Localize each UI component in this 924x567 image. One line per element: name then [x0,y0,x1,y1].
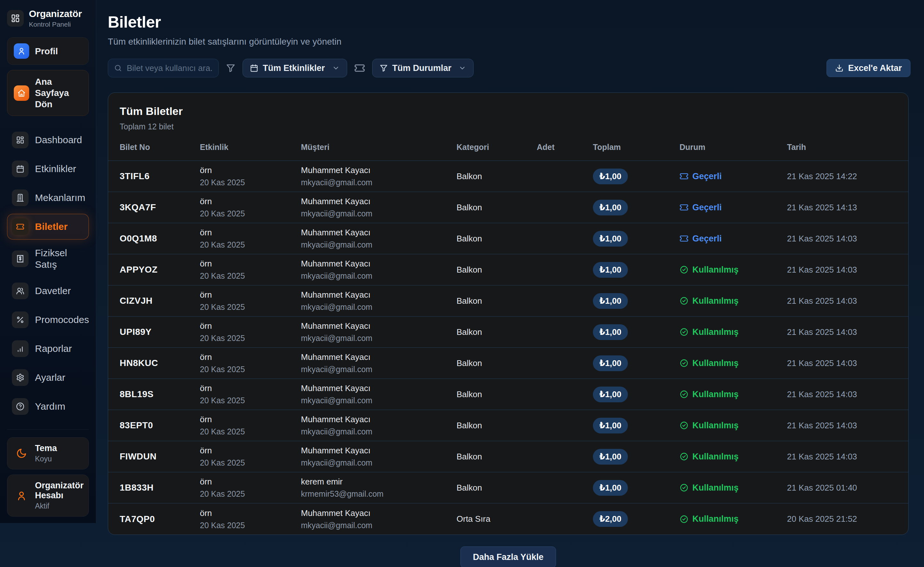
price-badge: ₺1,00 [593,200,628,215]
col-adet: Adet [537,143,593,152]
cell-ticket-code: UPI89Y [120,327,200,337]
cell-status: Kullanılmış [680,296,787,306]
table-title: Tüm Biletler [120,105,897,117]
cell-date: 21 Kas 2025 14:03 [787,234,897,244]
table-row: UPI89Y örn20 Kas 2025 Muhammet Kayacımky… [108,317,908,348]
table-card-header: Tüm Biletler Toplam 12 bilet [108,93,908,134]
cell-category: Balkon [456,203,537,212]
cell-date: 21 Kas 2025 14:22 [787,171,897,181]
price-badge: ₺1,00 [593,387,628,402]
cell-ticket-code: 1B833H [120,483,200,493]
search-input[interactable] [127,63,213,73]
theme-value: Koyu [35,455,57,463]
cell-total: ₺2,00 [593,511,680,527]
sidebar: Organizatör Kontrol Paneli Profil Ana Sa… [0,0,96,523]
cell-status: Kullanılmış [680,452,787,462]
table-row: HN8KUC örn20 Kas 2025 Muhammet Kayacımky… [108,348,908,379]
sidebar-item-receipt[interactable]: Fiziksel Satış [7,243,89,275]
moon-icon [14,448,29,459]
cell-total: ₺1,00 [593,480,680,496]
cell-event: örn20 Kas 2025 [200,321,301,343]
cell-date: 21 Kas 2025 14:03 [787,265,897,275]
brand-subtitle: Kontrol Paneli [29,21,82,28]
cell-total: ₺1,00 [593,355,680,371]
col-toplam: Toplam [593,143,680,152]
profile-label: Profil [35,45,58,57]
cell-customer: Muhammet Kayacımkyacii@gmail.com [301,508,456,530]
cell-category: Orta Sıra [456,514,537,524]
table-row: 83EPT0 örn20 Kas 2025 Muhammet Kayacımky… [108,410,908,441]
cell-category: Balkon [456,358,537,368]
back-home-button[interactable]: Ana Sayfaya Dön [7,70,89,116]
col-durum: Durum [680,143,787,152]
cell-status: Kullanılmış [680,483,787,493]
cell-date: 21 Kas 2025 14:03 [787,452,897,462]
download-icon [835,64,843,72]
account-card[interactable]: Organizatör Hesabı Aktif [7,475,89,517]
cell-customer: Muhammet Kayacımkyacii@gmail.com [301,228,456,250]
theme-toggle-button[interactable]: Tema Koyu [7,437,89,469]
export-label: Excel'e Aktar [848,63,902,73]
event-filter-select[interactable]: Tüm Etkinlikler [243,59,347,77]
theme-title: Tema [35,444,57,453]
cell-date: 21 Kas 2025 14:03 [787,421,897,430]
cell-event: örn20 Kas 2025 [200,290,301,312]
cell-status: Geçerli [680,203,787,212]
sidebar-item-users[interactable]: Davetler [7,278,89,304]
cell-category: Balkon [456,390,537,399]
cell-event: örn20 Kas 2025 [200,508,301,530]
load-more-button[interactable]: Daha Fazla Yükle [460,546,556,567]
table-row: 3KQA7F örn20 Kas 2025 Muhammet Kayacımky… [108,192,908,223]
cell-total: ₺1,00 [593,293,680,309]
sidebar-item-percent[interactable]: Promocodes [7,307,89,332]
ticket-icon [354,63,365,74]
cell-customer: Muhammet Kayacımkyacii@gmail.com [301,352,456,374]
page-title: Biletler [108,13,910,32]
cell-total: ₺1,00 [593,418,680,433]
sidebar-item-building[interactable]: Mekanlarım [7,185,89,211]
cell-ticket-code: APPYOZ [120,265,200,275]
cell-ticket-code: HN8KUC [120,358,200,368]
cell-status: Kullanılmış [680,514,787,524]
cell-total: ₺1,00 [593,231,680,247]
sidebar-item-chart[interactable]: Raporlar [7,336,89,361]
cell-date: 21 Kas 2025 14:03 [787,296,897,306]
cell-ticket-code: 83EPT0 [120,420,200,430]
cell-category: Balkon [456,327,537,337]
cell-ticket-code: CIZVJH [120,296,200,306]
table-row: 3TIFL6 örn20 Kas 2025 Muhammet Kayacımky… [108,161,908,192]
cell-total: ₺1,00 [593,324,680,340]
sidebar-item-help[interactable]: Yardım [7,394,89,419]
price-badge: ₺1,00 [593,231,628,247]
profile-button[interactable]: Profil [7,37,89,65]
cell-event: örn20 Kas 2025 [200,165,301,187]
sidebar-item-calendar[interactable]: Etkinlikler [7,156,89,182]
cell-ticket-code: 8BL19S [120,389,200,399]
cell-customer: Muhammet Kayacımkyacii@gmail.com [301,384,456,405]
account-status: Aktif [35,502,84,510]
load-more-container: Daha Fazla Yükle [108,546,909,567]
table-row: O0Q1M8 örn20 Kas 2025 Muhammet Kayacımky… [108,223,908,254]
cell-category: Balkon [456,265,537,275]
status-filter-value: Tüm Durumlar [392,63,452,73]
cell-total: ₺1,00 [593,262,680,278]
sidebar-item-ticket[interactable]: Biletler [7,214,89,239]
account-title: Organizatör Hesabı [35,481,84,501]
search-box[interactable] [108,59,219,77]
sidebar-item-layout[interactable]: Dashboard [7,127,89,153]
status-filter-select[interactable]: Tüm Durumlar [372,59,474,77]
price-badge: ₺1,00 [593,355,628,371]
table-count: Toplam 12 bilet [120,122,897,131]
export-excel-button[interactable]: Excel'e Aktar [826,59,910,77]
cell-customer: Muhammet Kayacımkyacii@gmail.com [301,415,456,436]
cell-status: Kullanılmış [680,265,787,275]
cell-category: Balkon [456,171,537,181]
cell-total: ₺1,00 [593,168,680,184]
cell-event: örn20 Kas 2025 [200,259,301,281]
sidebar-item-gear[interactable]: Ayarlar [7,365,89,390]
chevron-down-icon [459,64,466,72]
cell-event: örn20 Kas 2025 [200,477,301,499]
app-logo-icon [7,10,24,27]
cell-date: 21 Kas 2025 14:13 [787,203,897,212]
table-row: TA7QP0 örn20 Kas 2025 Muhammet Kayacımky… [108,504,908,535]
